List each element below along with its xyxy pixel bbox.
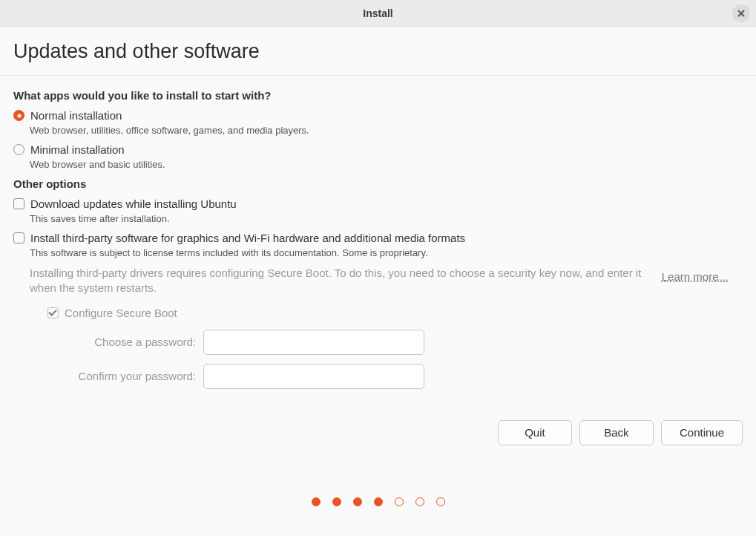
radio-icon: [13, 110, 24, 121]
choose-password-input[interactable]: [203, 330, 424, 355]
progress-dot: [436, 497, 445, 506]
checkbox-label: Install third-party software for graphic…: [30, 232, 465, 244]
button-row: Quit Back Continue: [0, 398, 756, 445]
radio-label: Minimal installation: [30, 143, 125, 156]
learn-more-link[interactable]: Learn more...: [662, 270, 728, 283]
close-icon: [737, 10, 745, 17]
quit-button[interactable]: Quit: [498, 420, 572, 445]
checkbox-label: Configure Secure Boot: [65, 307, 177, 319]
normal-installation-desc: Web browser, utilities, office software,…: [30, 125, 743, 136]
checkbox-label: Download updates while installing Ubuntu: [30, 197, 237, 210]
window-title: Install: [363, 7, 392, 19]
radio-icon: [13, 144, 24, 155]
progress-dot: [312, 497, 321, 506]
progress-dot: [353, 497, 362, 506]
checkbox-download-updates[interactable]: Download updates while installing Ubuntu: [13, 197, 743, 210]
titlebar: Install: [0, 0, 756, 27]
minimal-installation-desc: Web browser and basic utilities.: [30, 159, 743, 170]
other-options-title: Other options: [13, 177, 743, 190]
continue-button[interactable]: Continue: [661, 420, 743, 445]
confirm-password-input[interactable]: [203, 364, 424, 389]
checkbox-icon: [13, 232, 24, 244]
radio-normal-installation[interactable]: Normal installation: [13, 109, 743, 122]
secure-boot-info: Installing third-party drivers requires …: [30, 266, 645, 296]
progress-dot: [332, 497, 341, 506]
progress-dots: [0, 497, 756, 506]
apps-section-title: What apps would you like to install to s…: [13, 89, 743, 102]
radio-minimal-installation[interactable]: Minimal installation: [13, 143, 743, 156]
checkbox-third-party[interactable]: Install third-party software for graphic…: [13, 232, 743, 244]
progress-dot: [415, 497, 424, 506]
checkbox-configure-secure-boot[interactable]: Configure Secure Boot: [47, 307, 728, 319]
confirm-password-label: Confirm your password:: [47, 370, 203, 382]
secure-boot-block: Installing third-party drivers requires …: [30, 266, 743, 389]
third-party-desc: This software is subject to license term…: [30, 247, 743, 258]
radio-label: Normal installation: [30, 109, 122, 122]
content: What apps would you like to install to s…: [0, 76, 756, 389]
back-button[interactable]: Back: [579, 420, 654, 445]
close-button[interactable]: [732, 4, 750, 22]
progress-dot: [395, 497, 404, 506]
progress-dot: [374, 497, 383, 506]
checkbox-icon: [13, 198, 24, 209]
checkbox-icon: [47, 307, 59, 318]
choose-password-label: Choose a password:: [47, 336, 203, 348]
page-title: Updates and other software: [0, 27, 756, 75]
download-updates-desc: This saves time after installation.: [30, 213, 743, 224]
